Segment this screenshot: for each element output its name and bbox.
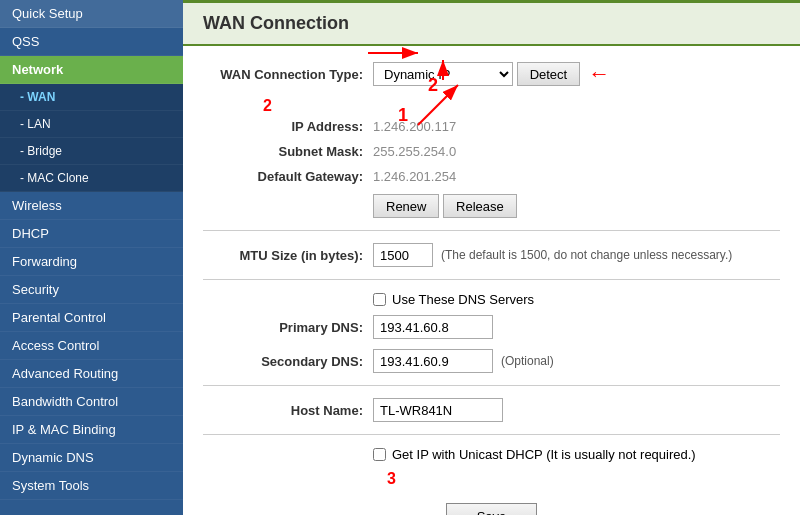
default-gateway-label: Default Gateway: (203, 169, 373, 184)
sidebar-item-wan[interactable]: - WAN (0, 84, 183, 111)
dns-servers-checkbox[interactable] (373, 293, 386, 306)
mtu-input[interactable] (373, 243, 433, 267)
form-area: WAN Connection Type: Dynamic IP Detect ←… (183, 46, 800, 515)
host-name-row: Host Name: (203, 398, 780, 422)
page-header: WAN Connection (183, 3, 800, 46)
default-gateway-row: Default Gateway: 1.246.201.254 (203, 169, 780, 184)
sidebar: Quick Setup QSS Network - WAN - LAN - Br… (0, 0, 183, 515)
subnet-mask-label: Subnet Mask: (203, 144, 373, 159)
annotation-2-area: 2 (263, 97, 780, 115)
wan-type-label: WAN Connection Type: (203, 67, 373, 82)
save-row: Save (203, 503, 780, 515)
secondary-dns-input[interactable] (373, 349, 493, 373)
dns-checkbox-row: Use These DNS Servers (373, 292, 780, 307)
sidebar-item-dynamic-dns[interactable]: Dynamic DNS (0, 444, 183, 472)
ip-address-row: IP Address: 1.246.200.117 (203, 119, 780, 134)
secondary-dns-row: Secondary DNS: (Optional) (203, 349, 780, 373)
sidebar-item-system-tools[interactable]: System Tools (0, 472, 183, 500)
sidebar-item-dhcp[interactable]: DHCP (0, 220, 183, 248)
release-button[interactable]: Release (443, 194, 517, 218)
sidebar-item-lan[interactable]: - LAN (0, 111, 183, 138)
save-button[interactable]: Save (446, 503, 538, 515)
sidebar-item-bandwidth-control[interactable]: Bandwidth Control (0, 388, 183, 416)
sidebar-item-access-control[interactable]: Access Control (0, 332, 183, 360)
dns-servers-label: Use These DNS Servers (392, 292, 534, 307)
sidebar-item-advanced-routing[interactable]: Advanced Routing (0, 360, 183, 388)
wan-type-row: WAN Connection Type: Dynamic IP Detect ← (203, 61, 780, 87)
renew-release-row: Renew Release (203, 194, 780, 218)
primary-dns-row: Primary DNS: (203, 315, 780, 339)
unicast-dhcp-label: Get IP with Unicast DHCP (It is usually … (392, 447, 696, 462)
sidebar-item-quick-setup[interactable]: Quick Setup (0, 0, 183, 28)
annotation-3-area: 3 (203, 470, 780, 488)
primary-dns-label: Primary DNS: (203, 320, 373, 335)
annotation-2: 2 (263, 97, 272, 114)
page-title: WAN Connection (203, 13, 349, 34)
mtu-hint: (The default is 1500, do not change unle… (441, 248, 732, 262)
secondary-dns-hint: (Optional) (501, 354, 554, 368)
wan-type-select[interactable]: Dynamic IP (373, 62, 513, 86)
arrow-indicator-1: ← (588, 61, 610, 87)
unicast-dhcp-row: Get IP with Unicast DHCP (It is usually … (373, 447, 780, 462)
mtu-label: MTU Size (in bytes): (203, 248, 373, 263)
mtu-row: MTU Size (in bytes): (The default is 150… (203, 243, 780, 267)
sidebar-item-wireless[interactable]: Wireless (0, 192, 183, 220)
unicast-dhcp-checkbox[interactable] (373, 448, 386, 461)
sidebar-item-security[interactable]: Security (0, 276, 183, 304)
annotation-3: 3 (387, 470, 396, 487)
detect-button[interactable]: Detect (517, 62, 581, 86)
main-content: WAN Connection WAN Connection Type: Dyna… (183, 0, 800, 515)
subnet-mask-row: Subnet Mask: 255.255.254.0 (203, 144, 780, 159)
sidebar-item-qss[interactable]: QSS (0, 28, 183, 56)
sidebar-item-mac-clone[interactable]: - MAC Clone (0, 165, 183, 192)
renew-button[interactable]: Renew (373, 194, 439, 218)
default-gateway-value: 1.246.201.254 (373, 169, 456, 184)
sidebar-item-network[interactable]: Network (0, 56, 183, 84)
ip-address-label: IP Address: (203, 119, 373, 134)
subnet-mask-value: 255.255.254.0 (373, 144, 456, 159)
sidebar-item-parental-control[interactable]: Parental Control (0, 304, 183, 332)
sidebar-item-forwarding[interactable]: Forwarding (0, 248, 183, 276)
secondary-dns-label: Secondary DNS: (203, 354, 373, 369)
host-name-input[interactable] (373, 398, 503, 422)
host-name-label: Host Name: (203, 403, 373, 418)
primary-dns-input[interactable] (373, 315, 493, 339)
sidebar-item-bridge[interactable]: - Bridge (0, 138, 183, 165)
ip-address-value: 1.246.200.117 (373, 119, 456, 134)
sidebar-item-ip-mac-binding[interactable]: IP & MAC Binding (0, 416, 183, 444)
